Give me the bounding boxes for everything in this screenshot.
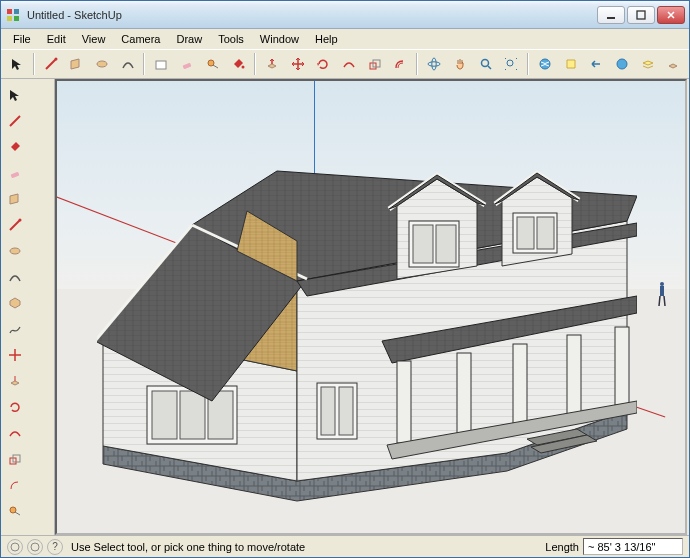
orbit-icon[interactable]: [422, 52, 446, 76]
credits-icon[interactable]: [27, 539, 43, 555]
layers-icon[interactable]: [636, 52, 660, 76]
model-house[interactable]: [97, 151, 637, 511]
svg-point-17: [19, 219, 22, 222]
maximize-button[interactable]: [627, 6, 655, 24]
svg-point-62: [31, 543, 39, 551]
previous-view-icon[interactable]: [584, 52, 608, 76]
svg-point-61: [11, 543, 19, 551]
follow-me-icon[interactable]: [3, 421, 27, 445]
length-label: Length: [545, 541, 579, 553]
svg-rect-48: [567, 335, 581, 415]
push-pull-icon[interactable]: [260, 52, 284, 76]
menu-camera[interactable]: Camera: [113, 31, 168, 47]
line-icon[interactable]: [39, 52, 63, 76]
menu-window[interactable]: Window: [252, 31, 307, 47]
rectangle-icon[interactable]: [64, 52, 88, 76]
svg-rect-5: [183, 63, 192, 69]
help-icon[interactable]: ?: [47, 539, 63, 555]
svg-point-59: [660, 282, 664, 286]
offset-icon[interactable]: [3, 473, 27, 497]
status-bar: ? Use Select tool, or pick one thing to …: [1, 535, 689, 557]
svg-rect-46: [457, 353, 471, 435]
svg-point-18: [10, 248, 20, 254]
svg-rect-0: [607, 17, 615, 19]
svg-point-7: [242, 66, 245, 69]
move-icon[interactable]: [286, 52, 310, 76]
push-pull-icon[interactable]: [3, 369, 27, 393]
svg-point-11: [432, 58, 436, 70]
scale-icon[interactable]: [363, 52, 387, 76]
app-window: Untitled - SketchUp File Edit View Camer…: [0, 0, 690, 558]
eraser-icon[interactable]: [3, 161, 27, 185]
status-hint: Use Select tool, or pick one thing to mo…: [71, 541, 545, 553]
length-value: ~ 85' 3 13/16": [588, 541, 655, 553]
zoom-icon[interactable]: [474, 52, 498, 76]
rotate-icon[interactable]: [312, 52, 336, 76]
length-input[interactable]: ~ 85' 3 13/16": [583, 538, 683, 555]
eraser-icon[interactable]: [175, 52, 199, 76]
circle-icon[interactable]: [3, 239, 27, 263]
menu-tools[interactable]: Tools: [210, 31, 252, 47]
pan-icon[interactable]: [448, 52, 472, 76]
title-bar[interactable]: Untitled - SketchUp: [1, 1, 689, 29]
tape-measure-icon[interactable]: [201, 52, 225, 76]
rectangle-icon[interactable]: [3, 187, 27, 211]
svg-rect-16: [11, 172, 20, 178]
svg-point-3: [97, 61, 107, 67]
offset-icon[interactable]: [389, 52, 413, 76]
move-icon[interactable]: [3, 343, 27, 367]
svg-rect-60: [660, 286, 664, 296]
status-icons: ?: [7, 539, 63, 555]
menu-help[interactable]: Help: [307, 31, 346, 47]
circle-icon[interactable]: [90, 52, 114, 76]
svg-rect-42: [152, 391, 177, 439]
top-toolbar: [1, 49, 689, 79]
svg-rect-57: [517, 217, 534, 249]
svg-rect-4: [156, 61, 166, 69]
arc-icon[interactable]: [3, 265, 27, 289]
minimize-button[interactable]: [597, 6, 625, 24]
zoom-extents-icon[interactable]: [499, 52, 523, 76]
follow-me-icon[interactable]: [337, 52, 361, 76]
polygon-icon[interactable]: [3, 291, 27, 315]
body-row: A A: [1, 79, 689, 535]
close-button[interactable]: [657, 6, 685, 24]
outliner-icon[interactable]: [662, 52, 686, 76]
line-icon[interactable]: [3, 213, 27, 237]
arc-icon[interactable]: [116, 52, 140, 76]
scale-figure[interactable]: [657, 281, 667, 309]
svg-point-2: [54, 58, 57, 61]
freehand-icon[interactable]: [3, 317, 27, 341]
get-models-icon[interactable]: [533, 52, 557, 76]
svg-rect-55: [436, 225, 456, 263]
share-icon[interactable]: [559, 52, 583, 76]
menu-view[interactable]: View: [74, 31, 114, 47]
scale-icon[interactable]: [3, 447, 27, 471]
select-icon[interactable]: [3, 83, 27, 107]
paint-bucket-icon[interactable]: [227, 52, 251, 76]
window-buttons: [597, 6, 685, 24]
viewport-content[interactable]: [57, 81, 685, 533]
geolocation-icon[interactable]: [7, 539, 23, 555]
svg-rect-45: [397, 361, 411, 443]
line-icon[interactable]: [3, 109, 27, 133]
svg-rect-58: [537, 217, 554, 249]
select-icon[interactable]: [5, 52, 29, 76]
viewport[interactable]: [55, 79, 687, 535]
menu-edit[interactable]: Edit: [39, 31, 74, 47]
paint-bucket-icon[interactable]: [3, 135, 27, 159]
menu-draw[interactable]: Draw: [168, 31, 210, 47]
svg-point-10: [428, 62, 440, 66]
make-component-icon[interactable]: [149, 52, 173, 76]
rotate-icon[interactable]: [3, 395, 27, 419]
svg-rect-52: [339, 387, 353, 435]
svg-rect-1: [637, 11, 645, 19]
svg-rect-47: [513, 344, 527, 426]
next-view-icon[interactable]: [610, 52, 634, 76]
menu-file[interactable]: File: [5, 31, 39, 47]
svg-point-13: [507, 60, 513, 66]
tape-measure-icon[interactable]: [3, 499, 27, 523]
menu-bar: File Edit View Camera Draw Tools Window …: [1, 29, 689, 49]
svg-rect-43: [180, 391, 205, 439]
left-toolbar: A A: [1, 79, 55, 535]
